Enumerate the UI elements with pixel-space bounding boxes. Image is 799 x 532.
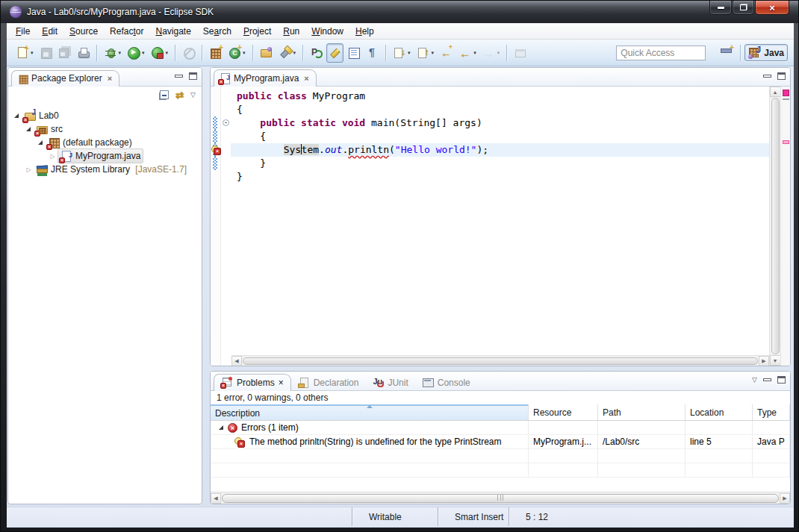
scroll-right-icon[interactable]: ▶ <box>780 493 790 504</box>
collapse-arrow-icon[interactable] <box>37 139 45 146</box>
view-menu-icon[interactable]: ▽ <box>190 91 196 98</box>
horizontal-scrollbar[interactable]: ◀ ▶ <box>211 492 790 504</box>
tree-item-src[interactable]: ×src <box>8 122 202 136</box>
minimize-button[interactable] <box>709 1 732 15</box>
overview-error-indicator[interactable] <box>783 90 789 96</box>
new-wizard-button[interactable]: ▾ <box>13 43 36 63</box>
next-annotation-dropdown-icon[interactable]: ▾ <box>408 50 411 56</box>
overview-ruler[interactable] <box>780 87 790 366</box>
tab-package-explorer[interactable]: Package Explorer × <box>11 70 119 87</box>
mark-occurrences-button[interactable] <box>326 43 343 63</box>
menu-item-refactor[interactable]: Refactor <box>104 24 149 39</box>
folding-ruler[interactable] <box>221 87 231 366</box>
tab-console[interactable]: Console <box>415 375 477 391</box>
toggle-presentation-button[interactable] <box>308 43 325 63</box>
previous-annotation-button[interactable]: ▾ <box>414 43 437 63</box>
scroll-left-icon[interactable]: ◀ <box>231 356 242 366</box>
collapse-all-icon[interactable] <box>160 90 169 99</box>
show-whitespace-button[interactable] <box>364 43 381 63</box>
next-annotation-button[interactable]: ▾ <box>391 43 413 63</box>
menu-item-file[interactable]: File <box>10 24 36 39</box>
scrollbar-thumb[interactable] <box>222 494 779 503</box>
fold-collapse-icon[interactable] <box>223 119 229 126</box>
column-header-description[interactable]: Description <box>211 404 529 420</box>
debug-dropdown-icon[interactable]: ▾ <box>119 50 122 56</box>
menu-item-navigate[interactable]: Navigate <box>149 24 196 39</box>
new-java-class-dropdown-icon[interactable]: ▾ <box>243 50 246 56</box>
open-task-button[interactable] <box>258 43 275 63</box>
tree-item-default-package[interactable]: ×(default package) <box>8 136 202 149</box>
new-java-class-button[interactable]: ▾ <box>226 43 248 63</box>
minimize-view-button[interactable] <box>175 75 183 78</box>
menu-item-search[interactable]: Search <box>197 24 237 39</box>
expand-arrow-icon[interactable]: ▷ <box>49 153 57 160</box>
close-tab-icon[interactable]: × <box>304 74 308 83</box>
horizontal-scrollbar[interactable]: ◀ ▶ <box>231 355 769 366</box>
open-perspective-button[interactable] <box>716 44 736 61</box>
forward-dropdown-icon[interactable]: ▾ <box>497 50 500 56</box>
tab-declaration[interactable]: Declaration <box>291 375 366 391</box>
minimize-view-button[interactable] <box>763 378 771 381</box>
tree-item-jre-system-library[interactable]: ▷JRE System Library [JavaSE-1.7] <box>8 163 202 176</box>
maximize-view-button[interactable] <box>777 72 786 80</box>
view-menu-icon[interactable]: ▽ <box>752 376 757 384</box>
search-button[interactable]: ▾ <box>276 43 299 63</box>
vertical-scrollbar[interactable]: ▲ ▼ <box>769 87 780 366</box>
column-header-path[interactable]: Path <box>598 404 685 420</box>
tree-item-label: Lab0 <box>39 110 59 121</box>
menu-item-edit[interactable]: Edit <box>36 24 63 39</box>
scroll-left-icon[interactable]: ◀ <box>211 493 221 504</box>
title-bar[interactable]: Java - Lab0/src/MyProgram.java - Eclipse… <box>1 1 798 23</box>
menu-item-source[interactable]: Source <box>63 24 104 39</box>
java-perspective-button[interactable]: Java <box>744 44 788 61</box>
show-selected-source-button[interactable] <box>345 43 362 63</box>
scroll-down-icon[interactable]: ▼ <box>770 355 781 366</box>
run-external-tools-dropdown-icon[interactable]: ▾ <box>166 50 169 56</box>
run-button[interactable]: ▾ <box>125 43 147 63</box>
column-header-type[interactable]: Type <box>753 404 790 420</box>
previous-annotation-dropdown-icon[interactable]: ▾ <box>432 50 435 56</box>
scrollbar-thumb[interactable] <box>771 98 780 354</box>
quick-access-input[interactable] <box>616 46 706 60</box>
print-button[interactable] <box>75 43 92 63</box>
minimize-view-button[interactable] <box>763 75 771 78</box>
expand-arrow-icon[interactable]: ▷ <box>25 166 33 173</box>
close-tab-icon[interactable]: × <box>279 378 284 388</box>
tree-item-myprogram-java[interactable]: ▷×MyProgram.java <box>8 149 202 163</box>
maximize-view-button[interactable] <box>777 376 786 384</box>
run-external-tools-button[interactable]: ▾ <box>149 43 171 63</box>
annotation-ruler[interactable] <box>211 87 221 366</box>
scrollbar-thumb[interactable] <box>243 357 758 365</box>
collapse-arrow-icon[interactable] <box>25 125 33 133</box>
menu-item-window[interactable]: Window <box>305 24 349 39</box>
back-dropdown-icon[interactable]: ▾ <box>473 50 476 56</box>
run-dropdown-icon[interactable]: ▾ <box>142 50 145 56</box>
back-button[interactable]: ▾ <box>456 43 479 63</box>
column-header-location[interactable]: Location <box>685 404 753 420</box>
tab-junit[interactable]: JUnit <box>365 375 414 391</box>
column-header-resource[interactable]: Resource <box>529 404 598 420</box>
scroll-right-icon[interactable]: ▶ <box>759 356 769 366</box>
menu-item-help[interactable]: Help <box>349 24 380 39</box>
new-wizard-dropdown-icon[interactable]: ▾ <box>31 50 34 56</box>
close-button[interactable]: × <box>755 1 789 15</box>
collapse-arrow-icon[interactable] <box>218 424 226 431</box>
overview-error-marker[interactable] <box>783 140 789 144</box>
problems-group-row[interactable]: ×Errors (1 item) <box>211 421 790 435</box>
debug-button[interactable]: ▾ <box>102 43 124 63</box>
menu-item-run[interactable]: Run <box>277 24 305 39</box>
collapse-arrow-icon[interactable] <box>13 112 21 119</box>
scroll-up-icon[interactable]: ▲ <box>770 87 781 97</box>
problems-error-row[interactable]: The method prinltn(String) is undefined … <box>211 435 790 449</box>
tab-problems[interactable]: ×Problems× <box>214 374 291 391</box>
close-tab-icon[interactable]: × <box>108 74 112 83</box>
maximize-view-button[interactable] <box>189 72 197 80</box>
last-edit-location-button[interactable] <box>438 43 455 63</box>
link-with-editor-icon[interactable]: ⇄ <box>175 90 184 100</box>
new-java-package-button[interactable] <box>207 43 224 63</box>
menu-item-project[interactable]: Project <box>237 24 277 39</box>
restore-button[interactable] <box>733 1 754 15</box>
tree-item-lab0[interactable]: ×Lab0 <box>8 109 202 122</box>
code-text-area[interactable]: public class MyProgram{ public static vo… <box>231 87 769 366</box>
tab-myprogram-java[interactable]: × MyProgram.java × <box>214 69 317 87</box>
